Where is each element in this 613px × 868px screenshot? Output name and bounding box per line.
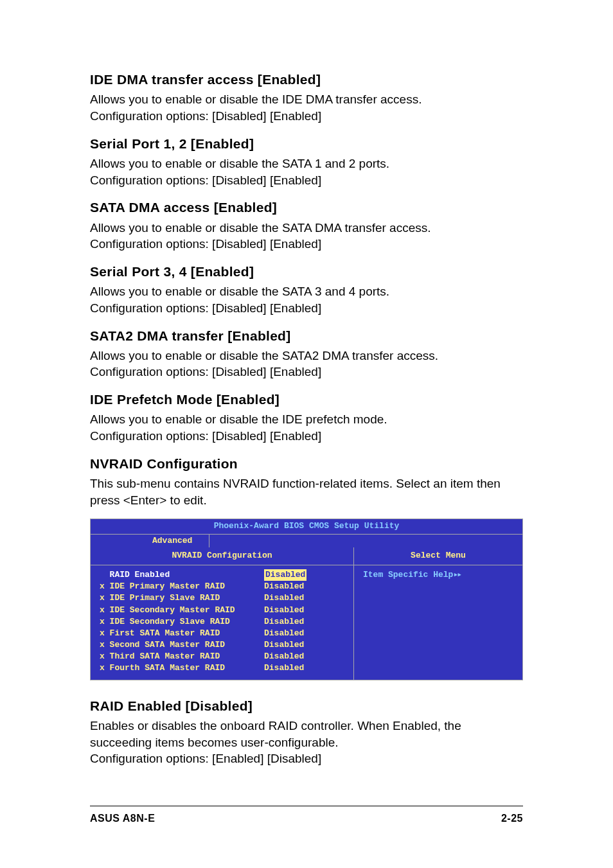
doc-section: SATA DMA access [Enabled]Allows you to e… <box>90 199 523 252</box>
bios-item-row: x Second SATA Master RAIDDisabled <box>100 639 344 651</box>
section-body: This sub-menu contains NVRAID function-r… <box>90 475 523 508</box>
bios-item-label: x IDE Secondary Slave RAID <box>100 616 264 628</box>
bios-screenshot: Phoenix-Award BIOS CMOS Setup Utility Ad… <box>90 518 523 680</box>
section-heading: SATA DMA access [Enabled] <box>90 199 523 217</box>
bios-item-value: Disabled <box>264 616 304 628</box>
bios-item-row: x IDE Primary Master RAIDDisabled <box>100 581 344 592</box>
footer-product: ASUS A8N-E <box>90 811 155 826</box>
section-body: Allows you to enable or disable the SATA… <box>90 283 523 316</box>
bios-help-panel: Item Specific Help▸▸ <box>354 565 522 680</box>
section-heading: SATA2 DMA transfer [Enabled] <box>90 327 523 345</box>
section-body: Allows you to enable or disable the IDE … <box>90 91 523 124</box>
bios-help-text: Item Specific Help <box>363 570 453 580</box>
bios-item-list: RAID EnabledDisabledx IDE Primary Master… <box>91 565 354 680</box>
section-heading: RAID Enabled [Disabled] <box>90 697 523 715</box>
bios-item-label: RAID Enabled <box>100 569 264 581</box>
bios-item-row: x IDE Secondary Slave RAIDDisabled <box>100 616 344 628</box>
bios-item-label: x IDE Primary Slave RAID <box>100 592 264 604</box>
bios-left-header: NVRAID Configuration <box>91 547 354 565</box>
bios-item-row: x First SATA Master RAIDDisabled <box>100 628 344 639</box>
bios-header-row: NVRAID Configuration Select Menu <box>91 547 522 565</box>
bios-item-label: x IDE Secondary Master RAID <box>100 605 264 616</box>
doc-section: NVRAID ConfigurationThis sub-menu contai… <box>90 455 523 509</box>
doc-section: SATA2 DMA transfer [Enabled]Allows you t… <box>90 327 523 381</box>
page-footer: ASUS A8N-E 2-25 <box>90 806 523 826</box>
right-arrows-icon: ▸▸ <box>453 570 461 580</box>
bios-item-row: x IDE Secondary Master RAIDDisabled <box>100 605 344 616</box>
doc-section: IDE Prefetch Mode [Enabled]Allows you to… <box>90 391 523 445</box>
bios-tab-advanced: Advanced <box>136 535 209 547</box>
bios-item-value: Disabled <box>264 628 304 639</box>
section-heading: Serial Port 1, 2 [Enabled] <box>90 135 523 153</box>
bios-item-label: x Fourth SATA Master RAID <box>100 662 264 674</box>
bios-body: RAID EnabledDisabledx IDE Primary Master… <box>91 565 522 680</box>
section-heading: IDE DMA transfer access [Enabled] <box>90 71 523 89</box>
bios-item-value: Disabled <box>264 569 306 581</box>
section-heading: Serial Port 3, 4 [Enabled] <box>90 263 523 281</box>
section-heading: NVRAID Configuration <box>90 455 523 473</box>
bios-item-value: Disabled <box>264 651 304 662</box>
footer-page-number: 2-25 <box>501 811 523 826</box>
section-heading: IDE Prefetch Mode [Enabled] <box>90 391 523 409</box>
bios-item-row: x Fourth SATA Master RAIDDisabled <box>100 662 344 674</box>
bios-item-value: Disabled <box>264 605 304 616</box>
bios-item-label: x First SATA Master RAID <box>100 628 264 639</box>
bios-item-value: Disabled <box>264 592 304 604</box>
section-body: Enables or disables the onboard RAID con… <box>90 718 523 767</box>
bios-item-label: x IDE Primary Master RAID <box>100 581 264 592</box>
bios-title: Phoenix-Award BIOS CMOS Setup Utility <box>91 519 522 534</box>
doc-section: IDE DMA transfer access [Enabled]Allows … <box>90 71 523 125</box>
section-body: Allows you to enable or disable the IDE … <box>90 411 523 444</box>
bios-item-value: Disabled <box>264 639 304 651</box>
doc-section: Serial Port 1, 2 [Enabled]Allows you to … <box>90 135 523 189</box>
bios-tab-row: Advanced <box>91 535 522 547</box>
section-body: Allows you to enable or disable the SATA… <box>90 155 523 188</box>
bios-item-value: Disabled <box>264 662 304 674</box>
bios-item-row: x IDE Primary Slave RAIDDisabled <box>100 592 344 604</box>
section-body: Allows you to enable or disable the SATA… <box>90 220 523 252</box>
bios-item-value: Disabled <box>264 581 304 592</box>
doc-section: Serial Port 3, 4 [Enabled]Allows you to … <box>90 263 523 317</box>
bios-item-label: x Second SATA Master RAID <box>100 639 264 651</box>
bios-right-header: Select Menu <box>354 547 522 565</box>
bios-item-row: x Third SATA Master RAIDDisabled <box>100 651 344 662</box>
doc-section: RAID Enabled [Disabled] Enables or disab… <box>90 697 523 767</box>
bios-item-row: RAID EnabledDisabled <box>100 569 344 581</box>
section-body: Allows you to enable or disable the SATA… <box>90 348 523 380</box>
bios-item-label: x Third SATA Master RAID <box>100 651 264 662</box>
